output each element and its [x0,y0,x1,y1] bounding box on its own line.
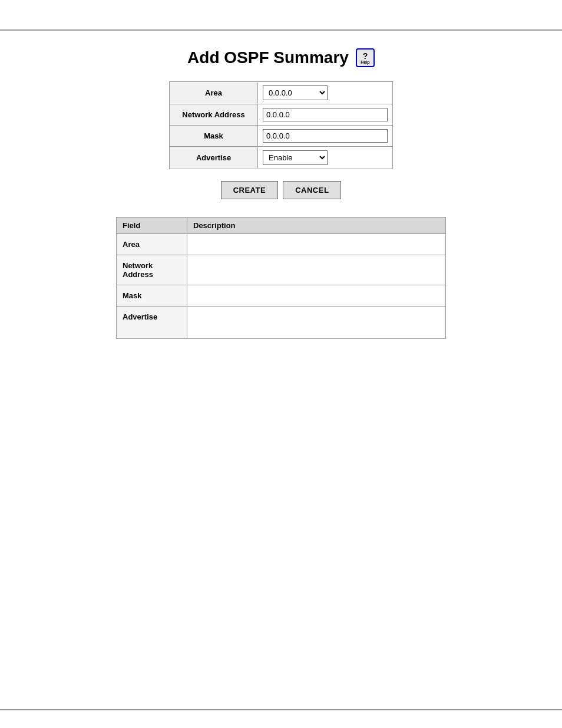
network-address-input[interactable] [263,108,388,121]
advertise-label: Advertise [170,147,258,168]
mask-label: Mask [170,126,258,146]
term-network-address: Network Address [117,255,187,285]
desc-advertise [187,307,446,339]
area-select[interactable]: 0.0.0.0 [263,85,328,100]
ospf-form: Area 0.0.0.0 Network Address Mask Advert… [169,81,393,169]
network-address-label: Network Address [170,104,258,125]
desc-area [187,234,446,255]
term-mask: Mask [117,285,187,307]
info-table: Field Description Area Network Address M… [116,217,446,339]
page-title: Add OSPF Summary [187,48,349,67]
help-icon-q: ? [363,52,368,60]
help-icon-label: Help [361,60,369,64]
desc-mask [187,285,446,307]
create-button[interactable]: CREATE [221,181,278,199]
bottom-divider [0,709,562,710]
mask-input[interactable] [263,129,388,143]
form-buttons: CREATE CANCEL [24,181,538,199]
form-row-advertise: Advertise Enable Disable [170,147,392,169]
form-row-area: Area 0.0.0.0 [170,82,392,104]
desc-network-address [187,255,446,285]
term-advertise: Advertise [117,307,187,339]
table-row: Advertise [117,307,446,339]
advertise-select[interactable]: Enable Disable [263,150,328,165]
col-header-description: Description [187,218,446,234]
area-label: Area [170,83,258,103]
table-row: Mask [117,285,446,307]
table-row: Network Address [117,255,446,285]
col-header-field: Field [117,218,187,234]
mask-field [258,126,392,146]
term-area: Area [117,234,187,255]
area-field: 0.0.0.0 [258,82,392,104]
form-row-mask: Mask [170,126,392,147]
network-address-field [258,104,392,125]
form-row-network-address: Network Address [170,104,392,126]
table-row: Area [117,234,446,255]
info-table-wrapper: Field Description Area Network Address M… [116,217,446,339]
help-icon[interactable]: ? Help [356,48,375,67]
advertise-field: Enable Disable [258,147,392,169]
cancel-button[interactable]: CANCEL [283,181,341,199]
